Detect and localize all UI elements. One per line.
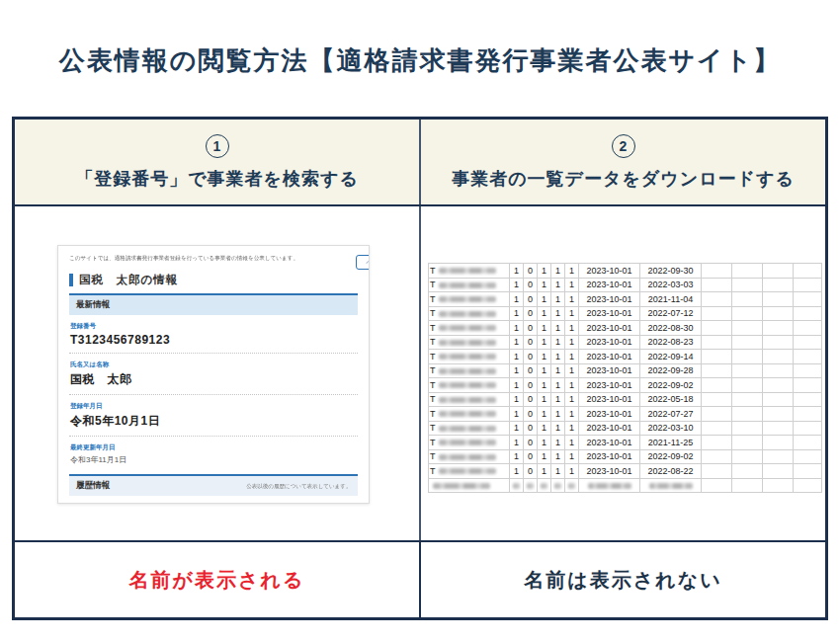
- screenshot-row: このサイトでは、適格請求書発行事業者登録を行っている事業者の情報を公表しています…: [15, 206, 825, 540]
- csv-cell-empty: [732, 407, 763, 422]
- csv-cell-flag: [565, 478, 579, 493]
- csv-cell-empty: [763, 421, 794, 436]
- column-heading-download: 事業者の一覧データをダウンロードする: [452, 167, 795, 191]
- csv-cell-registration-id: T: [429, 264, 510, 279]
- csv-cell-registration-date: 2023-10-01: [579, 350, 640, 364]
- redacted-blur: [439, 382, 496, 388]
- csv-cell-flag: 1: [538, 436, 551, 450]
- redacted-blur: [439, 340, 496, 346]
- csv-cell-registration-date: 2023-10-01: [579, 449, 640, 464]
- csv-cell-flag: 1: [551, 421, 565, 436]
- csv-cell-empty: [732, 306, 763, 321]
- csv-cell-flag: 1: [551, 350, 565, 364]
- csv-cell-update-date: 2022-03-10: [640, 421, 702, 436]
- history-band-label: 履歴情報: [76, 480, 110, 492]
- csv-cell-flag: 1: [538, 407, 551, 422]
- dotted-divider: [69, 353, 358, 354]
- csv-cell-empty: [702, 363, 732, 378]
- csv-cell-flag: 0: [524, 335, 538, 350]
- csv-cell-flag: 1: [538, 264, 551, 279]
- csv-cell-empty: [794, 392, 822, 407]
- latest-info-band: 最新情報: [69, 295, 358, 315]
- csv-cell-flag: 0: [524, 464, 538, 479]
- csv-cell-flag: 1: [551, 464, 565, 479]
- csv-cell-empty: [763, 464, 794, 479]
- page-print-button[interactable]: ページ印刷: [356, 255, 370, 270]
- csv-cell-update-date: 2022-09-02: [640, 378, 702, 393]
- csv-cell-empty: [702, 392, 732, 407]
- csv-cell-flag: 0: [524, 363, 538, 378]
- site-description-note: このサイトでは、適格請求書発行事業者登録を行っている事業者の情報を公表しています…: [69, 254, 298, 262]
- csv-cell-flag: 1: [538, 464, 551, 479]
- csv-cell-flag: 0: [524, 278, 538, 292]
- redacted-blur: [588, 483, 631, 489]
- csv-cell-empty: [763, 449, 794, 464]
- redacted-blur: [439, 325, 496, 331]
- csv-cell-empty: [732, 363, 763, 378]
- redacted-blur: [439, 426, 496, 432]
- redacted-blur: [439, 411, 496, 417]
- result-row: 名前が表示される 名前は表示されない: [15, 542, 825, 617]
- csv-cell-empty: [763, 436, 794, 450]
- csv-cell-empty: [794, 449, 822, 464]
- csv-cell-flag: 0: [524, 436, 538, 450]
- csv-table: T101112023-10-012022-09-30T101112023-10-…: [428, 263, 822, 493]
- csv-cell-registration-id: T: [429, 306, 510, 321]
- csv-cell-empty: [794, 478, 822, 493]
- csv-cell-flag: 1: [538, 335, 551, 350]
- redacted-blur: [513, 483, 520, 489]
- csv-row: T101112023-10-012022-03-10: [429, 421, 822, 436]
- csv-row: T101112023-10-012022-08-30: [429, 321, 822, 336]
- field-value-last-updated: 令和3年11月1日: [70, 454, 358, 465]
- csv-cell-registration-id: T: [429, 363, 510, 378]
- csv-cell-registration-date: 2023-10-01: [579, 335, 640, 350]
- column-header-download: 2 事業者の一覧データをダウンロードする: [421, 120, 825, 204]
- csv-cell-empty: [794, 407, 822, 422]
- csv-cell-empty: [732, 278, 763, 292]
- csv-cell-flag: 1: [551, 407, 565, 422]
- csv-cell-empty: [763, 321, 794, 336]
- csv-cell-flag: 0: [524, 264, 538, 279]
- csv-cell-empty: [763, 292, 794, 307]
- csv-cell-empty: [794, 363, 822, 378]
- csv-cell-empty: [732, 292, 763, 307]
- csv-cell-empty: [732, 478, 763, 493]
- csv-cell-flag: 1: [538, 449, 551, 464]
- csv-cell-empty: [702, 449, 732, 464]
- csv-cell-registration-date: [579, 478, 640, 493]
- result-cell-search: 名前が表示される: [15, 542, 419, 617]
- csv-cell-registration-id: T: [429, 292, 510, 307]
- csv-cell-empty: [763, 264, 794, 279]
- csv-cell-flag: 1: [538, 321, 551, 336]
- csv-cell-flag: 1: [565, 436, 579, 450]
- csv-cell-update-date: [640, 478, 702, 493]
- csv-cell-flag: 1: [551, 436, 565, 450]
- csv-cell-flag: 1: [510, 321, 524, 336]
- csv-cell-flag: [524, 478, 538, 493]
- csv-cell-empty: [794, 306, 822, 321]
- csv-cell-empty: [763, 378, 794, 393]
- csv-cell-empty: [763, 407, 794, 422]
- csv-cell-empty: [702, 321, 732, 336]
- csv-cell-flag: [510, 478, 524, 493]
- result-name-not-shown: 名前は表示されない: [524, 567, 721, 594]
- csv-cell-empty: [732, 378, 763, 393]
- csv-row: T101112023-10-012022-05-18: [429, 392, 822, 407]
- csv-cell-flag: 1: [565, 350, 579, 364]
- csv-row: T101112023-10-012022-07-27: [429, 407, 822, 422]
- csv-row: T101112023-10-012022-07-12: [429, 306, 822, 321]
- csv-cell-flag: 1: [510, 449, 524, 464]
- csv-cell-empty: [702, 306, 732, 321]
- csv-cell-flag: 1: [510, 378, 524, 393]
- csv-cell-flag: 1: [510, 436, 524, 450]
- csv-cell-flag: 1: [551, 392, 565, 407]
- circled-number-2: 2: [612, 134, 635, 158]
- csv-row: T101112023-10-012022-09-02: [429, 449, 822, 464]
- csv-cell-registration-id: T: [429, 421, 510, 436]
- csv-row: T101112023-10-012022-08-22: [429, 464, 822, 479]
- csv-cell-empty: [763, 306, 794, 321]
- history-band-note: 公表以後の履歴について表示しています。: [246, 482, 351, 490]
- redacted-blur: [439, 368, 496, 374]
- csv-cell-registration-id: T: [429, 464, 510, 479]
- csv-cell-empty: [763, 350, 794, 364]
